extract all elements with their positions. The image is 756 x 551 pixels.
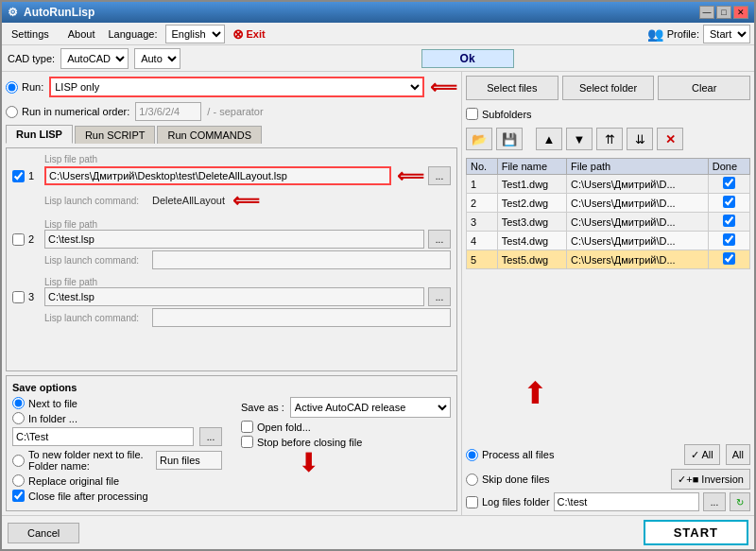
tab-run-commands[interactable]: Run COMMANDS [157,126,262,144]
entry-2-path[interactable] [44,230,424,249]
inversion-btn[interactable]: ✓+■ Inversion [671,469,750,490]
entry-1-browse[interactable]: ... [428,166,451,185]
to-new-folder-radio-label[interactable]: To new folder next to file. Folder name: [12,449,150,472]
next-to-file-row: Next to file [12,397,222,409]
run-select[interactable]: LISP only [49,77,424,97]
close-after-label[interactable]: Close file after processing [12,490,148,502]
open-fold-checkbox[interactable] [241,421,253,433]
replace-original-radio-label[interactable]: Replace original file [12,474,119,487]
save-icon-btn[interactable]: 💾 [496,128,523,150]
replace-original-radio[interactable] [12,474,25,487]
done-checkbox[interactable] [723,196,735,208]
done-checkbox[interactable] [723,252,735,265]
cell-done [708,250,749,269]
close-button[interactable]: ✕ [733,6,748,19]
all-btn[interactable]: All [726,444,750,465]
entry-2-checkbox[interactable] [12,233,25,246]
folder-name-input[interactable] [156,451,222,470]
run-order-radio-label[interactable]: Run in numerical order: [6,106,129,118]
language-label: Language: [109,28,158,40]
folder-browse[interactable]: ... [199,427,222,446]
entry-2-browse[interactable]: ... [428,230,451,249]
move-bottom-btn[interactable]: ⇊ [627,128,653,150]
start-button[interactable]: START [644,520,748,545]
file-table: No. File name File path Done 1 Test1.dwg… [466,158,750,269]
skip-done-label[interactable]: Skip done files [466,474,665,486]
tab-run-script[interactable]: Run SCRIPT [75,126,156,144]
delete-btn[interactable]: ✕ [657,128,683,150]
select-folder-button[interactable]: Select folder [562,76,655,100]
table-row[interactable]: 1 Test1.dwg C:\Users\Дмитрий\D... [467,175,750,194]
launch-input-3[interactable] [152,308,451,327]
entry-3-browse[interactable]: ... [428,287,451,306]
clear-button[interactable]: Clear [658,76,750,100]
folder-path-input[interactable] [12,427,194,446]
order-input[interactable] [135,102,201,121]
entry-1-checkbox[interactable] [12,170,25,182]
run-radio[interactable] [6,81,18,94]
language-select[interactable]: English [165,25,225,43]
stop-before-label[interactable]: Stop before closing file [241,436,362,448]
select-files-button[interactable]: Select files [466,76,558,100]
run-order-radio[interactable] [6,106,18,118]
entry-3-checkbox[interactable] [12,291,25,303]
cad-type-select[interactable]: AutoCAD [60,48,129,69]
open-fold-label[interactable]: Open fold... [241,421,311,433]
move-top-btn[interactable]: ⇈ [596,128,623,150]
cancel-button[interactable]: Cancel [8,523,79,543]
save-as-select[interactable]: Active AutoCAD release [290,397,451,418]
subfolders-checkbox[interactable] [466,108,478,120]
next-to-file-radio-label[interactable]: Next to file [12,397,77,409]
log-refresh-btn[interactable]: ↻ [730,492,750,511]
close-after-checkbox[interactable] [12,490,25,502]
table-row[interactable]: 2 Test2.dwg C:\Users\Дмитрий\D... [467,194,750,213]
run-radio-label[interactable]: Run: [6,81,43,94]
all-checked-btn[interactable]: ✓ All [684,444,720,465]
about-menu[interactable]: About [62,26,101,42]
entry-1-checkbox-num: 1 [12,170,41,182]
stop-before-checkbox[interactable] [241,436,253,448]
table-row[interactable]: 5 Test5.dwg C:\Users\Дмитрий\D... [467,250,750,269]
table-row[interactable]: 3 Test3.dwg C:\Users\Дмитрий\D... [467,213,750,232]
next-to-file-radio[interactable] [12,397,25,409]
entry-1-path[interactable] [44,166,391,185]
launch-label-1: Lisp launch command: [44,196,148,206]
profile-icon: 👥 [647,26,663,42]
maximize-button[interactable]: □ [716,6,731,19]
skip-done-text: Skip done files [482,474,550,485]
cell-done [708,232,749,250]
profile-area: 👥 Profile: Start [647,25,750,43]
log-label: Log files folder [482,496,550,508]
exit-button[interactable]: ⊗ Exit [232,26,266,42]
process-all-label[interactable]: Process all files [466,449,679,461]
in-folder-radio-label[interactable]: In folder ... [12,412,77,424]
launch-input-2[interactable] [152,250,451,269]
log-browse-btn[interactable]: ... [703,492,726,511]
move-down-btn[interactable]: ▼ [566,128,593,150]
in-folder-label: In folder ... [28,413,77,424]
profile-select[interactable]: Start [703,25,750,43]
launch-value-1: DeleteAllLayout [152,195,225,206]
move-up-btn[interactable]: ▲ [536,128,562,150]
app-icon: ⚙ [8,6,18,19]
in-folder-radio[interactable] [12,412,25,424]
open-icon-btn[interactable]: 📂 [466,128,492,150]
ok-button[interactable]: Ok [421,49,514,68]
minimize-button[interactable]: — [699,6,714,19]
table-row[interactable]: 4 Test4.dwg C:\Users\Дмитрий\D... [467,232,750,250]
tab-run-lisp[interactable]: Run LISP [6,125,73,144]
log-checkbox[interactable] [466,496,478,508]
to-new-folder-radio[interactable] [12,455,25,467]
auto-select[interactable]: Auto [134,48,180,69]
log-path-input[interactable] [554,492,699,511]
done-checkbox[interactable] [723,177,735,189]
settings-menu[interactable]: Settings [6,26,55,42]
folder-path-row: ... [12,427,222,446]
done-checkbox[interactable] [723,215,735,227]
skip-done-radio[interactable] [466,474,478,486]
done-checkbox[interactable] [723,233,735,246]
lisp-row-3: 3 ... [12,287,451,306]
entry-3-path[interactable] [44,287,424,306]
process-all-radio[interactable] [466,449,478,461]
launch-row-3: Lisp launch command: [44,308,451,327]
